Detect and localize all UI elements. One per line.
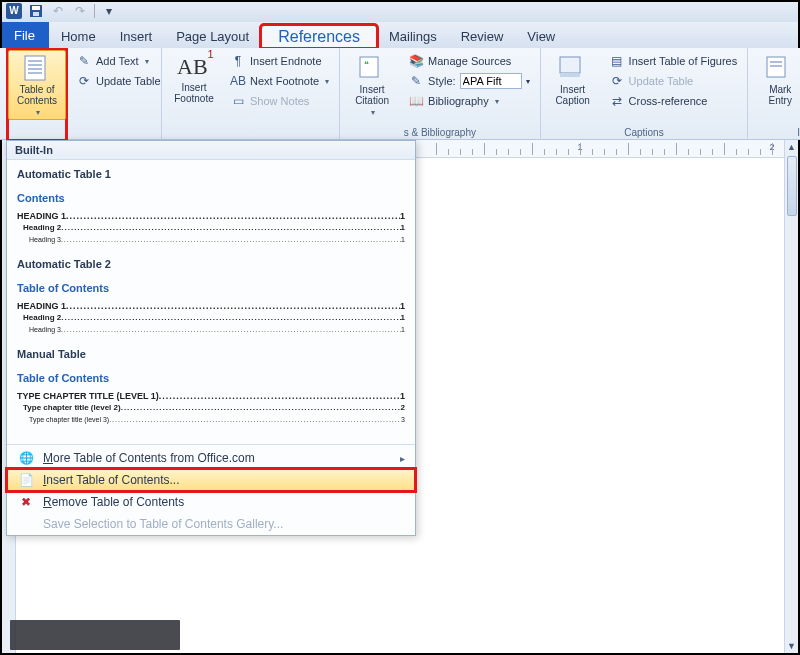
toc-button-wrap: Table ofContents bbox=[8, 50, 66, 140]
scroll-up-icon[interactable]: ▲ bbox=[785, 140, 799, 154]
gallery-insert-toc[interactable]: 📄Insert Table of Contents...Insert Table… bbox=[7, 469, 415, 491]
crossref-icon: ⇄ bbox=[609, 93, 625, 109]
next-footnote-icon: AB bbox=[230, 73, 246, 89]
captions-update-table-button[interactable]: ⟳Update Table bbox=[605, 72, 742, 90]
group-title-index: Index bbox=[754, 125, 800, 140]
caption-icon bbox=[557, 54, 589, 82]
update-icon: ⟳ bbox=[76, 73, 92, 89]
gallery-save-selection: Save Selection to Table of Contents Gall… bbox=[7, 513, 415, 535]
style-icon: ✎ bbox=[408, 73, 424, 89]
add-text-button[interactable]: ✎Add Text bbox=[72, 52, 165, 70]
manage-sources-icon: 📚 bbox=[408, 53, 424, 69]
add-text-icon: ✎ bbox=[76, 53, 92, 69]
group-citations: ❝ InsertCitation 📚Manage Sources ✎Style:… bbox=[340, 48, 541, 140]
style-selector[interactable]: ✎Style: ▾ bbox=[404, 72, 534, 90]
tof-icon: ▤ bbox=[609, 53, 625, 69]
table-of-contents-button[interactable]: Table ofContents bbox=[8, 50, 66, 117]
insert-endnote-button[interactable]: ¶Insert Endnote bbox=[226, 52, 333, 70]
gallery-remove-toc[interactable]: ✖Remove Table of ContentsRemove Table of… bbox=[7, 491, 415, 513]
office-icon: 🌐 bbox=[17, 451, 35, 465]
svg-rect-3 bbox=[25, 56, 45, 80]
insert-tof-button[interactable]: ▤Insert Table of Figures bbox=[605, 52, 742, 70]
group-toc: Table ofContents ✎Add Text ⟳Update Table bbox=[2, 48, 162, 140]
manage-sources-button[interactable]: 📚Manage Sources bbox=[404, 52, 534, 70]
toc-label-2: Contents bbox=[17, 95, 57, 106]
show-notes-button[interactable]: ▭Show Notes bbox=[226, 92, 333, 110]
toc-page-icon bbox=[21, 54, 53, 82]
cross-reference-button[interactable]: ⇄Cross-reference bbox=[605, 92, 742, 110]
gallery-more-office[interactable]: 🌐MMore Table of Contents from Office.com… bbox=[7, 447, 415, 469]
insert-citation-button[interactable]: ❝ InsertCitation bbox=[346, 50, 398, 125]
group-captions: InsertCaption ▤Insert Table of Figures ⟳… bbox=[541, 48, 749, 140]
scroll-down-icon[interactable]: ▼ bbox=[785, 639, 799, 653]
svg-rect-10 bbox=[560, 57, 580, 73]
ab1-icon: AB1 bbox=[177, 54, 211, 80]
show-notes-icon: ▭ bbox=[230, 93, 246, 109]
bibliography-button[interactable]: 📖Bibliography bbox=[404, 92, 534, 110]
vertical-scrollbar[interactable]: ▲ ▼ bbox=[784, 140, 798, 653]
gallery-header-builtin: Built-In bbox=[7, 141, 415, 160]
svg-rect-8 bbox=[360, 57, 378, 77]
endnote-icon: ¶ bbox=[230, 53, 246, 69]
bibliography-icon: 📖 bbox=[408, 93, 424, 109]
group-title-citations: s & Bibliography bbox=[346, 125, 534, 140]
svg-text:❝: ❝ bbox=[364, 60, 369, 70]
insert-caption-button[interactable]: InsertCaption bbox=[547, 50, 599, 125]
update-table-button[interactable]: ⟳Update Table bbox=[72, 72, 165, 90]
mark-entry-button[interactable]: MarkEntry bbox=[754, 50, 800, 125]
scroll-thumb[interactable] bbox=[787, 156, 797, 216]
svg-rect-11 bbox=[560, 73, 580, 77]
group-index: MarkEntry ▤Inser Index bbox=[748, 48, 800, 140]
toc-gallery: Built-In Automatic Table 1 Contents HEAD… bbox=[6, 140, 416, 536]
group-title-captions: Captions bbox=[547, 125, 742, 140]
group-footnotes: AB1 InsertFootnote ¶Insert Endnote ABNex… bbox=[162, 48, 340, 140]
remove-icon: ✖ bbox=[17, 495, 35, 509]
insert-footnote-button[interactable]: AB1 InsertFootnote bbox=[168, 50, 220, 140]
next-footnote-button[interactable]: ABNext Footnote bbox=[226, 72, 333, 90]
toc-label-1: Table of bbox=[19, 84, 54, 95]
mark-entry-icon bbox=[764, 54, 796, 82]
gallery-item-auto2[interactable]: Automatic Table 2 Table of Contents HEAD… bbox=[17, 254, 405, 336]
style-input[interactable] bbox=[460, 73, 522, 89]
document-stage: 1 2 bbox=[416, 140, 798, 653]
gallery-item-auto1[interactable]: Automatic Table 1 Contents HEADING 1....… bbox=[17, 164, 405, 246]
insert-toc-icon: 📄 bbox=[17, 473, 35, 487]
citation-icon: ❝ bbox=[356, 54, 388, 82]
horizontal-ruler[interactable]: 1 2 bbox=[416, 140, 798, 158]
ribbon: Table ofContents ✎Add Text ⟳Update Table… bbox=[0, 48, 800, 140]
update-icon: ⟳ bbox=[609, 73, 625, 89]
gallery-item-manual[interactable]: Manual Table Table of Contents TYPE CHAP… bbox=[17, 344, 405, 426]
page-edge-shadow bbox=[10, 620, 180, 650]
svg-rect-12 bbox=[767, 57, 785, 77]
